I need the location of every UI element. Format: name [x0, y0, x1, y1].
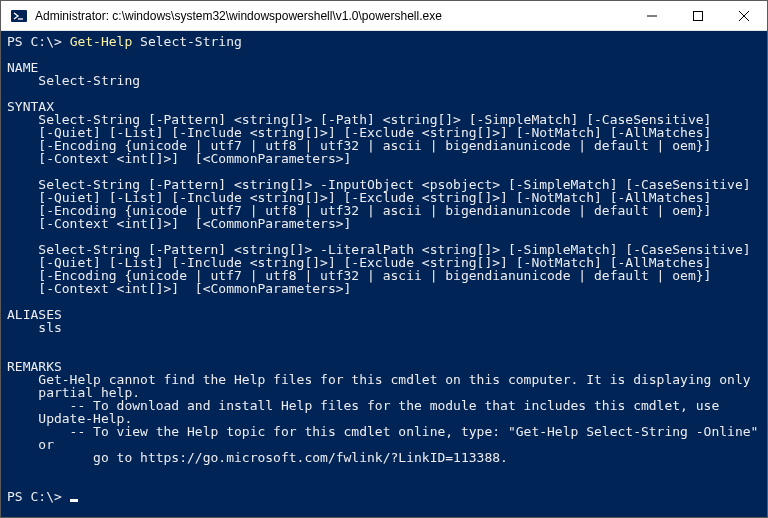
maximize-button[interactable] [675, 1, 721, 30]
syntax-line: [-Context <int[]>] [<CommonParameters>] [7, 281, 351, 296]
cursor [70, 499, 78, 502]
remarks-line: go to https://go.microsoft.com/fwlink/?L… [7, 450, 508, 465]
powershell-icon [9, 6, 29, 26]
prompt: PS C:\> [7, 34, 62, 49]
window-controls [629, 1, 767, 30]
powershell-window: Administrator: c:\windows\system32\windo… [0, 0, 768, 518]
window-title: Administrator: c:\windows\system32\windo… [35, 9, 629, 23]
terminal-area[interactable]: PS C:\> Get-Help Select-String NAME Sele… [1, 31, 767, 517]
minimize-button[interactable] [629, 1, 675, 30]
name-value: Select-String [7, 73, 140, 88]
aliases-value: sls [7, 320, 62, 335]
syntax-line: [-Context <int[]>] [<CommonParameters>] [7, 216, 351, 231]
titlebar[interactable]: Administrator: c:\windows\system32\windo… [1, 1, 767, 31]
svg-rect-1 [694, 11, 703, 20]
cmd-action: Get-Help [70, 34, 133, 49]
close-button[interactable] [721, 1, 767, 30]
prompt: PS C:\> [7, 489, 62, 504]
cmd-arg: Select-String [140, 34, 242, 49]
syntax-line: [-Context <int[]>] [<CommonParameters>] [7, 151, 351, 166]
remarks-line: -- To view the Help topic for this cmdle… [7, 424, 758, 439]
